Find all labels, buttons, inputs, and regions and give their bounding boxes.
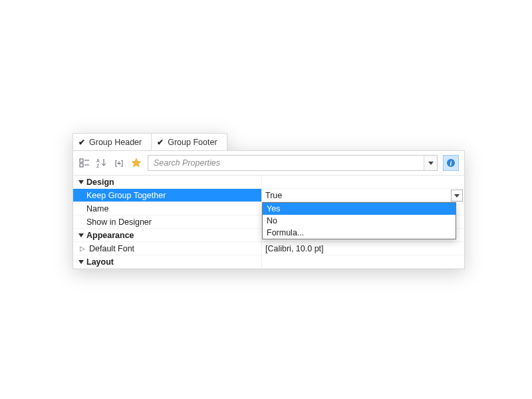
alphabetical-icon[interactable]: AZ [96,157,108,169]
property-value-cell[interactable]: True [261,189,464,202]
property-name: Keep Group Together [86,191,166,200]
prop-default-font[interactable]: ▷ Default Font [Calibri, 10.0 pt] [73,242,464,255]
check-icon: ✔ [78,138,85,147]
search-dropdown-button[interactable] [424,156,437,170]
expand-icon[interactable]: [+] [113,157,125,169]
tab-label: Group Header [89,138,142,147]
property-name: Show in Designer [86,217,152,227]
property-value-cell[interactable]: [Calibri, 10.0 pt] [261,242,464,255]
category-design[interactable]: Design [73,176,464,189]
chevron-down-icon [428,162,434,165]
option-label: No [267,216,277,225]
tab-strip: ✔ Group Header ✔ Group Footer [72,133,465,150]
svg-text:i: i [450,160,452,167]
info-icon: i [446,158,456,168]
property-value: True [265,191,282,200]
prop-keep-group-together[interactable]: Keep Group Together True [73,189,464,202]
value-dropdown-button[interactable] [451,190,463,201]
option-label: Formula... [267,228,304,237]
category-label: Design [86,178,114,187]
favorites-icon[interactable] [130,157,142,169]
svg-text:A: A [96,158,100,163]
category-value [261,255,464,269]
tab-group-footer[interactable]: ✔ Group Footer [152,133,227,150]
categorized-icon[interactable] [78,157,90,169]
svg-rect-0 [80,159,83,162]
chevron-down-icon [454,194,460,198]
dropdown-option-yes[interactable]: Yes [263,203,456,215]
property-name: Name [86,204,108,213]
search-field[interactable] [148,155,438,171]
tab-group-header[interactable]: ✔ Group Header [72,133,152,150]
svg-rect-1 [80,164,83,167]
check-icon: ✔ [157,138,164,147]
caret-down-icon [77,231,85,239]
svg-text:Z: Z [96,164,100,168]
caret-down-icon [77,178,85,186]
option-label: Yes [267,204,280,213]
category-layout[interactable]: Layout [73,255,464,269]
info-button[interactable]: i [443,155,459,171]
toolbar: AZ [+] i [73,151,464,176]
panel-body: AZ [+] i Des [72,150,465,269]
value-dropdown: Yes No Formula... [262,202,456,239]
property-name: Default Font [89,244,134,253]
category-label: Appearance [86,231,134,240]
property-value: [Calibri, 10.0 pt] [265,244,324,253]
search-input[interactable] [148,156,424,170]
dropdown-option-no[interactable]: No [263,215,456,227]
property-grid: Design Keep Group Together True Name [73,176,464,269]
tab-label: Group Footer [168,138,217,147]
category-label: Layout [86,257,114,267]
caret-right-icon[interactable]: ▷ [78,245,86,253]
caret-down-icon [77,258,85,266]
category-value [261,176,464,189]
dropdown-option-formula[interactable]: Formula... [263,227,456,239]
properties-panel: ✔ Group Header ✔ Group Footer AZ [+] [72,133,465,269]
